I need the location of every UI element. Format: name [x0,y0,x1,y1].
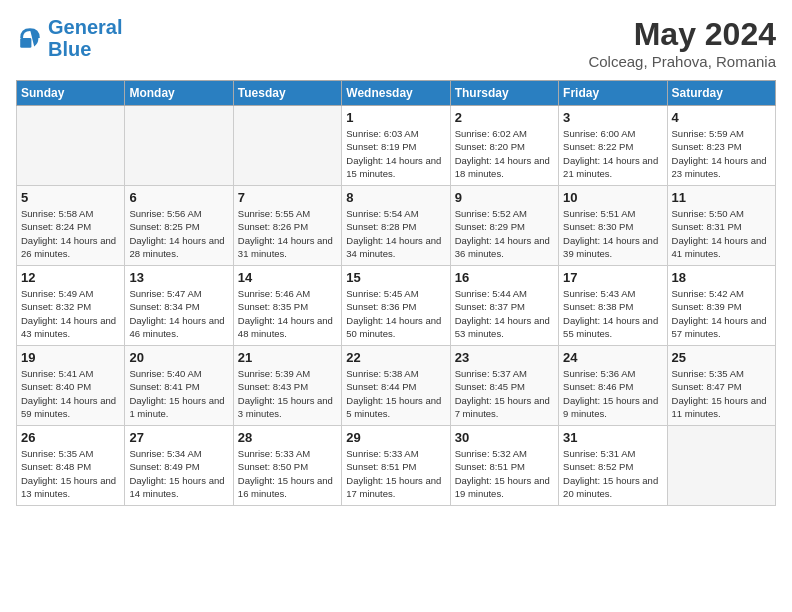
calendar-cell: 30Sunrise: 5:32 AMSunset: 8:51 PMDayligh… [450,426,558,506]
calendar-cell: 3Sunrise: 6:00 AMSunset: 8:22 PMDaylight… [559,106,667,186]
day-info: Sunrise: 5:31 AMSunset: 8:52 PMDaylight:… [563,447,662,500]
location: Colceag, Prahova, Romania [588,53,776,70]
week-row-1: 1Sunrise: 6:03 AMSunset: 8:19 PMDaylight… [17,106,776,186]
day-info: Sunrise: 6:02 AMSunset: 8:20 PMDaylight:… [455,127,554,180]
day-number: 31 [563,430,662,445]
day-number: 18 [672,270,771,285]
week-row-4: 19Sunrise: 5:41 AMSunset: 8:40 PMDayligh… [17,346,776,426]
day-number: 20 [129,350,228,365]
calendar-cell: 7Sunrise: 5:55 AMSunset: 8:26 PMDaylight… [233,186,341,266]
month-year: May 2024 [588,16,776,53]
calendar-cell: 16Sunrise: 5:44 AMSunset: 8:37 PMDayligh… [450,266,558,346]
logo-line2: Blue [48,38,91,60]
calendar-cell: 19Sunrise: 5:41 AMSunset: 8:40 PMDayligh… [17,346,125,426]
day-number: 14 [238,270,337,285]
day-info: Sunrise: 5:33 AMSunset: 8:50 PMDaylight:… [238,447,337,500]
calendar-cell [233,106,341,186]
day-header-sunday: Sunday [17,81,125,106]
day-info: Sunrise: 5:54 AMSunset: 8:28 PMDaylight:… [346,207,445,260]
svg-rect-0 [20,38,31,48]
day-number: 3 [563,110,662,125]
title-block: May 2024 Colceag, Prahova, Romania [588,16,776,70]
day-number: 16 [455,270,554,285]
day-number: 12 [21,270,120,285]
day-info: Sunrise: 5:56 AMSunset: 8:25 PMDaylight:… [129,207,228,260]
calendar-cell [667,426,775,506]
day-number: 10 [563,190,662,205]
calendar-cell: 4Sunrise: 5:59 AMSunset: 8:23 PMDaylight… [667,106,775,186]
calendar-cell: 6Sunrise: 5:56 AMSunset: 8:25 PMDaylight… [125,186,233,266]
day-number: 26 [21,430,120,445]
calendar-cell: 11Sunrise: 5:50 AMSunset: 8:31 PMDayligh… [667,186,775,266]
week-row-5: 26Sunrise: 5:35 AMSunset: 8:48 PMDayligh… [17,426,776,506]
day-number: 5 [21,190,120,205]
calendar-cell: 2Sunrise: 6:02 AMSunset: 8:20 PMDaylight… [450,106,558,186]
day-number: 28 [238,430,337,445]
logo-line1: General [48,16,122,38]
day-number: 23 [455,350,554,365]
calendar-cell: 23Sunrise: 5:37 AMSunset: 8:45 PMDayligh… [450,346,558,426]
calendar-cell: 20Sunrise: 5:40 AMSunset: 8:41 PMDayligh… [125,346,233,426]
calendar-cell: 31Sunrise: 5:31 AMSunset: 8:52 PMDayligh… [559,426,667,506]
day-header-wednesday: Wednesday [342,81,450,106]
day-info: Sunrise: 5:38 AMSunset: 8:44 PMDaylight:… [346,367,445,420]
calendar-header: SundayMondayTuesdayWednesdayThursdayFrid… [17,81,776,106]
calendar-cell: 10Sunrise: 5:51 AMSunset: 8:30 PMDayligh… [559,186,667,266]
day-number: 21 [238,350,337,365]
logo-icon [16,24,44,52]
calendar-cell: 24Sunrise: 5:36 AMSunset: 8:46 PMDayligh… [559,346,667,426]
day-info: Sunrise: 5:51 AMSunset: 8:30 PMDaylight:… [563,207,662,260]
calendar-cell: 29Sunrise: 5:33 AMSunset: 8:51 PMDayligh… [342,426,450,506]
calendar-cell: 8Sunrise: 5:54 AMSunset: 8:28 PMDaylight… [342,186,450,266]
calendar-body: 1Sunrise: 6:03 AMSunset: 8:19 PMDaylight… [17,106,776,506]
calendar-cell: 9Sunrise: 5:52 AMSunset: 8:29 PMDaylight… [450,186,558,266]
day-info: Sunrise: 5:58 AMSunset: 8:24 PMDaylight:… [21,207,120,260]
day-number: 7 [238,190,337,205]
day-info: Sunrise: 5:32 AMSunset: 8:51 PMDaylight:… [455,447,554,500]
day-info: Sunrise: 5:47 AMSunset: 8:34 PMDaylight:… [129,287,228,340]
calendar-cell: 14Sunrise: 5:46 AMSunset: 8:35 PMDayligh… [233,266,341,346]
day-number: 19 [21,350,120,365]
day-info: Sunrise: 5:35 AMSunset: 8:47 PMDaylight:… [672,367,771,420]
logo-text: General Blue [48,16,122,60]
day-number: 15 [346,270,445,285]
day-number: 30 [455,430,554,445]
day-info: Sunrise: 5:42 AMSunset: 8:39 PMDaylight:… [672,287,771,340]
day-number: 27 [129,430,228,445]
day-info: Sunrise: 5:34 AMSunset: 8:49 PMDaylight:… [129,447,228,500]
day-number: 9 [455,190,554,205]
logo: General Blue [16,16,122,60]
calendar-cell: 22Sunrise: 5:38 AMSunset: 8:44 PMDayligh… [342,346,450,426]
calendar-cell: 12Sunrise: 5:49 AMSunset: 8:32 PMDayligh… [17,266,125,346]
calendar-cell: 5Sunrise: 5:58 AMSunset: 8:24 PMDaylight… [17,186,125,266]
day-number: 22 [346,350,445,365]
day-info: Sunrise: 5:41 AMSunset: 8:40 PMDaylight:… [21,367,120,420]
day-number: 4 [672,110,771,125]
calendar-cell: 28Sunrise: 5:33 AMSunset: 8:50 PMDayligh… [233,426,341,506]
header-row: SundayMondayTuesdayWednesdayThursdayFrid… [17,81,776,106]
day-number: 6 [129,190,228,205]
day-info: Sunrise: 6:00 AMSunset: 8:22 PMDaylight:… [563,127,662,180]
day-header-thursday: Thursday [450,81,558,106]
day-info: Sunrise: 5:35 AMSunset: 8:48 PMDaylight:… [21,447,120,500]
day-info: Sunrise: 5:55 AMSunset: 8:26 PMDaylight:… [238,207,337,260]
day-header-tuesday: Tuesday [233,81,341,106]
day-info: Sunrise: 5:33 AMSunset: 8:51 PMDaylight:… [346,447,445,500]
day-number: 8 [346,190,445,205]
week-row-3: 12Sunrise: 5:49 AMSunset: 8:32 PMDayligh… [17,266,776,346]
day-header-monday: Monday [125,81,233,106]
day-info: Sunrise: 5:46 AMSunset: 8:35 PMDaylight:… [238,287,337,340]
day-header-saturday: Saturday [667,81,775,106]
day-info: Sunrise: 5:59 AMSunset: 8:23 PMDaylight:… [672,127,771,180]
calendar-table: SundayMondayTuesdayWednesdayThursdayFrid… [16,80,776,506]
day-number: 13 [129,270,228,285]
day-info: Sunrise: 5:37 AMSunset: 8:45 PMDaylight:… [455,367,554,420]
calendar-cell [125,106,233,186]
day-info: Sunrise: 5:52 AMSunset: 8:29 PMDaylight:… [455,207,554,260]
day-info: Sunrise: 5:49 AMSunset: 8:32 PMDaylight:… [21,287,120,340]
day-number: 29 [346,430,445,445]
calendar-cell [17,106,125,186]
day-number: 2 [455,110,554,125]
day-info: Sunrise: 5:50 AMSunset: 8:31 PMDaylight:… [672,207,771,260]
day-number: 11 [672,190,771,205]
